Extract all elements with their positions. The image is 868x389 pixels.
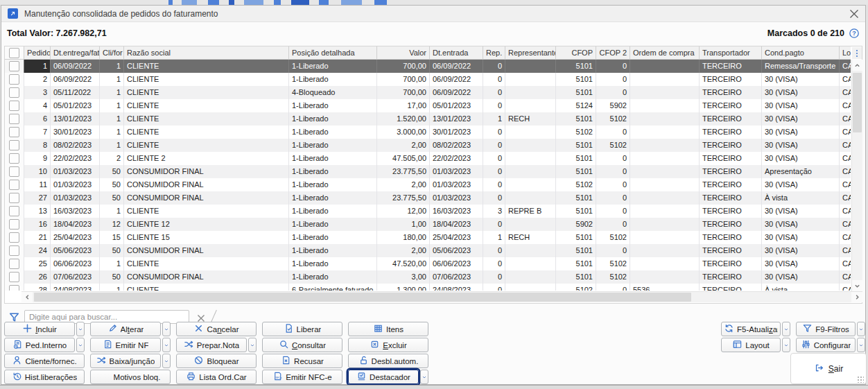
row-checkbox[interactable]	[9, 153, 19, 164]
layout-button[interactable]: Layout	[721, 338, 781, 352]
scroll-down-icon[interactable]	[852, 280, 862, 291]
column-header-clifor[interactable]: Cli/for	[100, 46, 124, 60]
table-row[interactable]: 2701/03/202350CONSUMIDOR FINAL1-Liberado…	[5, 191, 851, 205]
f5-atualizar-dropdown-button[interactable]	[782, 322, 790, 336]
configurar-dropdown-button[interactable]	[857, 338, 865, 352]
column-header-cond_pagto[interactable]: Cond.pagto	[762, 46, 840, 60]
incluir-dropdown-button[interactable]	[76, 322, 85, 336]
row-checkbox[interactable]	[9, 206, 19, 216]
hist-liberacoes-button[interactable]: Hist.liberações	[4, 370, 85, 384]
table-row[interactable]: 106/09/20221CLIENTE1-Liberado700,0006/09…	[5, 60, 851, 73]
emitir-nf-button[interactable]: Emitir NF	[90, 338, 161, 352]
row-checkbox[interactable]	[9, 259, 19, 269]
emitir-nfce-button[interactable]: Emitir NFC-e	[262, 370, 342, 384]
table-row[interactable]: 2125/04/202315CLIENTE 151-Liberado180,00…	[5, 231, 851, 244]
alterar-button[interactable]: Alterar	[90, 322, 161, 336]
close-icon[interactable]	[849, 9, 859, 19]
scroll-left-icon[interactable]	[21, 292, 33, 302]
consultar-button[interactable]: Consultar	[262, 338, 342, 352]
liberar-button[interactable]: Liberar	[262, 322, 342, 336]
incluir-button[interactable]: Incluir	[4, 322, 75, 336]
destacador-button[interactable]: Destacador	[348, 370, 419, 384]
row-checkbox[interactable]	[9, 101, 19, 111]
scroll-up-icon[interactable]	[852, 60, 862, 71]
f9-filtros-dropdown-button[interactable]	[857, 322, 865, 336]
vertical-scrollbar-thumb[interactable]	[853, 73, 862, 132]
resize-grip[interactable]	[857, 376, 864, 383]
emitir-nf-dropdown-button[interactable]	[162, 338, 171, 352]
column-header-ordem[interactable]: Ordem de compra	[630, 46, 700, 60]
table-row[interactable]: 2824/08/20231CLIENTE6-Parcialmente fatur…	[5, 284, 851, 291]
column-header-posicao[interactable]: Posição detalhada	[289, 46, 377, 60]
column-header-representante[interactable]: Representante	[505, 46, 556, 60]
column-header-valor[interactable]: Valor	[377, 46, 430, 60]
table-row[interactable]: 206/09/20221CLIENTE1-Liberado700,0006/09…	[5, 73, 851, 86]
table-row[interactable]: 1316/03/20231CLIENTE1-Liberado12,0016/03…	[5, 205, 851, 218]
vertical-scrollbar[interactable]	[851, 60, 862, 291]
motivos-bloq-button[interactable]: Motivos bloq.	[90, 370, 171, 384]
cliente-fornec-button[interactable]: Cliente/fornec.	[4, 354, 85, 368]
baixa-juncao-dropdown-button[interactable]	[162, 354, 171, 368]
row-checkbox[interactable]	[9, 114, 19, 124]
column-header-transportador[interactable]: Transportador	[700, 46, 762, 60]
column-header-dt_entrega[interactable]: Dt.entrega/fat	[51, 46, 100, 60]
column-header-rep[interactable]: Rep.	[483, 46, 505, 60]
column-header-dt_entrada[interactable]: Dt.entrada	[430, 46, 483, 60]
table-row[interactable]: 2607/06/202350CONSUMIDOR FINAL1-Liberado…	[5, 270, 851, 284]
baixa-juncao-button[interactable]: Baixa/junção	[90, 354, 161, 368]
row-checkbox[interactable]	[9, 87, 19, 98]
row-checkbox[interactable]	[9, 232, 19, 243]
alterar-dropdown-button[interactable]	[162, 322, 171, 336]
clear-search-icon[interactable]	[197, 313, 205, 321]
prepar-nota-button[interactable]: Prepar.Nota	[176, 338, 247, 352]
column-header-cfop2[interactable]: CFOP 2	[596, 46, 630, 60]
scroll-right-icon[interactable]	[851, 292, 862, 302]
itens-button[interactable]: Itens	[348, 322, 428, 336]
table-row[interactable]: 730/01/20231CLIENTE1-Liberado3.000,0030/…	[5, 126, 851, 139]
table-row[interactable]: 1001/03/202350CONSUMIDOR FINAL1-Liberado…	[5, 165, 851, 178]
f5-atualizar-button[interactable]: F5-Atualizar	[721, 322, 781, 336]
row-checkbox[interactable]	[9, 285, 19, 291]
destacador-dropdown-button[interactable]	[420, 370, 428, 384]
desbl-autom-button[interactable]: Desbl.autom.	[348, 354, 428, 368]
row-checkbox[interactable]	[9, 166, 19, 177]
row-checkbox[interactable]	[9, 245, 19, 256]
ped-interno-dropdown-button[interactable]	[76, 338, 85, 352]
column-header-razao[interactable]: Razão social	[124, 46, 289, 60]
table-row[interactable]: 1101/03/202350CONSUMIDOR FINAL1-Liberado…	[5, 178, 851, 191]
prepar-nota-dropdown-button[interactable]	[248, 338, 257, 352]
horizontal-scrollbar-thumb[interactable]	[34, 293, 691, 302]
layout-dropdown-button[interactable]	[782, 338, 790, 352]
cancelar-button[interactable]: Cancelar	[176, 322, 257, 336]
select-all-checkbox[interactable]	[9, 48, 19, 58]
column-chooser-icon[interactable]	[852, 47, 862, 59]
table-row[interactable]: 808/02/20231CLIENTE1-Liberado2,0008/02/2…	[5, 139, 851, 152]
horizontal-scrollbar[interactable]	[21, 291, 862, 302]
row-checkbox[interactable]	[9, 74, 19, 85]
row-checkbox[interactable]	[9, 127, 19, 137]
table-row[interactable]: 613/01/20231CLIENTE1-Liberado1.520,0013/…	[5, 112, 851, 126]
lista-ord-car-button[interactable]: Lista Ord.Car	[176, 370, 257, 384]
row-checkbox[interactable]	[9, 193, 19, 203]
configurar-button[interactable]: Configurar	[796, 338, 856, 352]
sair-button[interactable]: Sair	[810, 362, 847, 376]
row-checkbox[interactable]	[9, 140, 19, 150]
table-row[interactable]: 922/02/20232CLIENTE 21-Liberado47.505,00…	[5, 152, 851, 165]
row-checkbox[interactable]	[9, 61, 19, 71]
f9-filtros-button[interactable]: F9-Filtros	[796, 322, 856, 336]
table-row[interactable]: 2506/06/20231CLIENTE1-Liberado47.520,000…	[5, 257, 851, 270]
recusar-button[interactable]: Recusar	[262, 354, 342, 368]
column-header-loc[interactable]: Loc	[840, 46, 851, 60]
row-checkbox[interactable]	[9, 180, 19, 190]
bloquear-button[interactable]: Bloquear	[176, 354, 257, 368]
table-row[interactable]: 405/01/20231CLIENTE1-Liberado17,0005/01/…	[5, 99, 851, 112]
table-row[interactable]: 1618/04/202312CLIENTE 121-Liberado1,0018…	[5, 218, 851, 231]
row-checkbox[interactable]	[9, 272, 19, 282]
table-row[interactable]: 305/11/20221CLIENTE4-Bloqueado700,0006/0…	[5, 86, 851, 99]
row-checkbox[interactable]	[9, 219, 19, 230]
help-icon[interactable]	[849, 28, 860, 39]
column-header-pedido[interactable]: Pedido	[24, 46, 51, 60]
excluir-button[interactable]: Excluir	[348, 338, 428, 352]
column-header-cfop[interactable]: CFOP	[556, 46, 596, 60]
ped-interno-button[interactable]: Ped.Interno	[4, 338, 75, 352]
